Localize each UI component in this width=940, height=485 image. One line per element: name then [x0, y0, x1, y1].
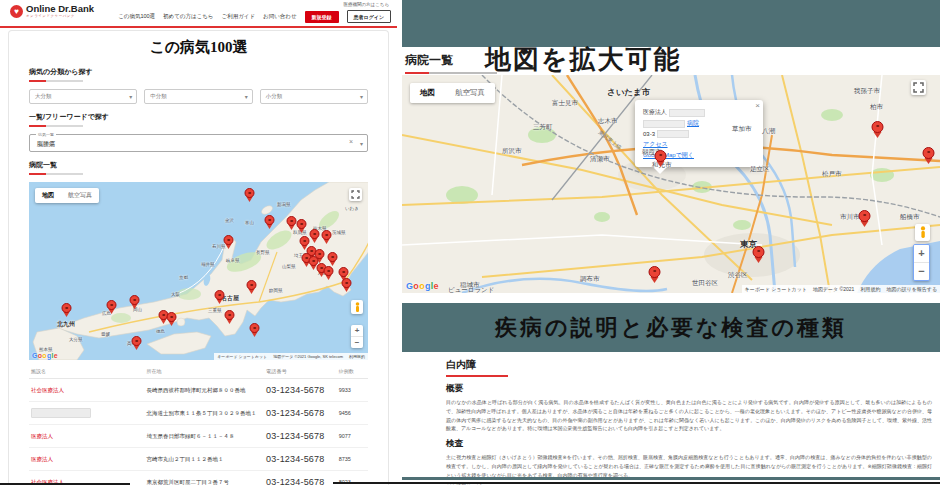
header-address: 所在地	[147, 368, 266, 374]
pegman-control[interactable]	[351, 300, 363, 314]
hospital-section-title: 病院一覧	[29, 160, 368, 170]
select-medium-category[interactable]: 中分類 ▾	[144, 89, 252, 104]
map-place-label: 静岡県	[269, 288, 283, 293]
map-pin[interactable]	[167, 312, 176, 329]
map-pin[interactable]	[342, 278, 351, 295]
overview-title: 概要	[446, 383, 932, 395]
map-pin[interactable]	[753, 246, 764, 267]
signup-button[interactable]: 新規登録	[305, 11, 339, 23]
zoom-out-button[interactable]: −	[914, 262, 929, 280]
exam-title: 検査	[446, 438, 932, 450]
hospital-row[interactable]: 社会医療法人 長崎県西彼杵郡時津町元村郷８００番地 03-1234-5678 9…	[29, 379, 368, 402]
map-place-label: 柏市	[870, 103, 883, 112]
fullscreen-icon	[351, 190, 360, 199]
map-pin[interactable]	[322, 230, 331, 247]
satellite-button[interactable]: 航空写真	[61, 188, 99, 203]
select-small-category[interactable]: 小分類 ▾	[260, 89, 368, 104]
hospital-row[interactable]: 医療法人 埼玉県春日部市緑町６－１１－４８ 03-1234-5678 9077	[29, 425, 368, 448]
satellite-button[interactable]: 航空写真	[445, 83, 495, 103]
map-place-label: 茨城県	[332, 230, 346, 235]
disease-name: 白内障	[446, 358, 932, 372]
exam-text: 主に視力検査と細隙灯（さいげきとう）顕微鏡検査※を行います。その他、屈折検査、眼…	[446, 453, 932, 479]
zoom-out-button[interactable]: −	[351, 336, 363, 348]
select-label: 大分類	[35, 93, 52, 100]
facility-phone: 03-1234-5678	[266, 477, 333, 485]
facility-phone: 03-1234-5678	[266, 431, 333, 441]
map-button[interactable]: 地図	[410, 83, 445, 103]
logo-tagline: オンラインドクターバンク	[26, 14, 94, 18]
right-map[interactable]: 東武東上線 地図 航空写真 + − × 医療法人 病院 03-3 アクセス Go…	[402, 75, 940, 293]
chevron-down-icon[interactable]: ▾	[360, 140, 363, 147]
table-header-row: 施設名 所在地 電話番号 症例数	[29, 364, 368, 379]
map-place-label: 福井県	[201, 262, 215, 267]
map-pin[interactable]	[287, 216, 296, 233]
map-pin[interactable]	[225, 310, 234, 327]
facility-name-link[interactable]: 社会医療法人	[29, 387, 147, 394]
map-pin[interactable]	[265, 215, 274, 232]
map-pin[interactable]	[62, 303, 71, 320]
hospital-row[interactable]: 北海道士別市東１１条５丁目３０２９番地１ 03-1234-5678 9456	[29, 402, 368, 425]
overview-text: 目のなかの水晶体と呼ばれる部分が白く濁る病気。目の水晶体を構成するたんぱく質が変…	[446, 398, 932, 433]
facility-name-link[interactable]	[29, 408, 147, 419]
facility-name-link[interactable]: 医療法人	[29, 456, 147, 463]
main-nav: この病気100選 初めての方はこちら ご利用ガイド お問い合わせ 新規登録 患者…	[118, 10, 391, 23]
zoom-in-button[interactable]: +	[351, 325, 363, 336]
pegman-icon	[354, 302, 361, 313]
logo-text: Online Dr.Bank	[26, 4, 94, 14]
map-pin[interactable]	[215, 290, 224, 307]
pegman-control[interactable]	[915, 224, 930, 241]
map-place-label: 北九州	[57, 320, 75, 329]
logo[interactable]: ♥ Online Dr.Bank オンラインドクターバンク	[10, 4, 94, 18]
map-place-label: 山梨県	[282, 264, 296, 269]
map-pin[interactable]	[859, 210, 870, 231]
map-pin[interactable]	[247, 280, 256, 297]
left-map[interactable]: 地図 航空写真 + − Google キーボード ショートカット	[29, 182, 368, 360]
section-underline	[29, 125, 83, 127]
map-pin[interactable]	[250, 323, 259, 340]
bottom-teal-band: 疾病の説明と必要な検査の種類	[402, 303, 940, 352]
map-pin[interactable]	[310, 229, 319, 246]
select-label: 中分類	[150, 93, 167, 100]
select-large-category[interactable]: 大分類 ▾	[29, 89, 137, 104]
disease-search-input[interactable]: 病気一覧 脳腫瘍 × ▾	[29, 134, 368, 152]
map-pin[interactable]	[107, 300, 116, 317]
facility-name-link[interactable]: 医療法人	[29, 433, 147, 440]
map-pin[interactable]	[132, 336, 141, 353]
map-pin[interactable]	[224, 235, 233, 252]
map-place-label: 三重県	[208, 308, 222, 313]
fullscreen-button[interactable]	[349, 188, 362, 201]
nav-item-contact[interactable]: お問い合わせ	[263, 13, 297, 20]
map-place-label: 調布市	[580, 275, 600, 284]
map-pin[interactable]	[649, 266, 660, 287]
clear-icon[interactable]: ×	[349, 138, 353, 145]
nav-item-disease100[interactable]: この病気100選	[118, 13, 155, 20]
nav-item-first-time[interactable]: 初めての方はこちら	[163, 13, 213, 20]
map-place-label: 志木市	[598, 117, 618, 126]
zoom-in-button[interactable]: +	[914, 245, 929, 262]
map-button[interactable]: 地図	[35, 188, 61, 203]
map-pin[interactable]	[655, 150, 666, 171]
medical-institution-link[interactable]: 医療機関の方はこちら	[343, 2, 389, 7]
map-pin[interactable]	[130, 295, 139, 312]
disease-section-annotation: 疾病の説明と必要な検査の種類	[495, 313, 847, 343]
header-cases: 症例数	[333, 368, 368, 374]
close-icon[interactable]: ×	[755, 101, 760, 110]
header-facility: 施設名	[29, 368, 147, 374]
facility-address: 埼玉県春日部市緑町６－１１－４８	[147, 433, 266, 440]
patient-login-button[interactable]: 患者ログイン	[347, 10, 391, 23]
map-pin[interactable]	[923, 147, 934, 168]
map-place-label: 愛媛	[101, 332, 110, 337]
map-pin[interactable]	[872, 121, 883, 142]
hospital-row[interactable]: 医療法人 宮崎市丸山２丁目１１２番地１ 03-1234-5678 8735	[29, 448, 368, 471]
zoom-control: + −	[913, 244, 930, 281]
map-place-label: 草加市	[732, 125, 752, 134]
nav-item-guide[interactable]: ご利用ガイド	[222, 13, 256, 20]
info-org: 医療法人	[643, 108, 667, 117]
site-screenshot-panel: ♥ Online Dr.Bank オンラインドクターバンク 医療機関の方はこちら…	[0, 0, 397, 485]
map-pin[interactable]	[245, 188, 254, 205]
map-pin[interactable]	[324, 266, 333, 283]
map-pin[interactable]	[297, 219, 306, 236]
redacted-text	[657, 130, 689, 138]
map-place-label: 三芳町	[533, 123, 553, 132]
fullscreen-button[interactable]	[911, 80, 926, 95]
